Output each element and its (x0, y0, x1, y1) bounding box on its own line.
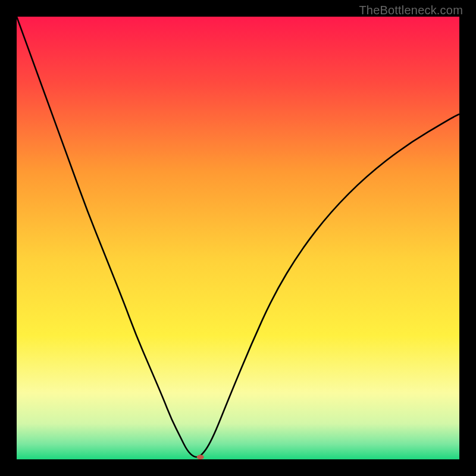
curve-layer (17, 17, 459, 459)
chart-frame: TheBottleneck.com (0, 0, 476, 476)
plot-area (17, 17, 459, 459)
watermark-label: TheBottleneck.com (359, 4, 463, 17)
minimum-marker (197, 455, 204, 459)
bottleneck-curve (17, 17, 459, 457)
